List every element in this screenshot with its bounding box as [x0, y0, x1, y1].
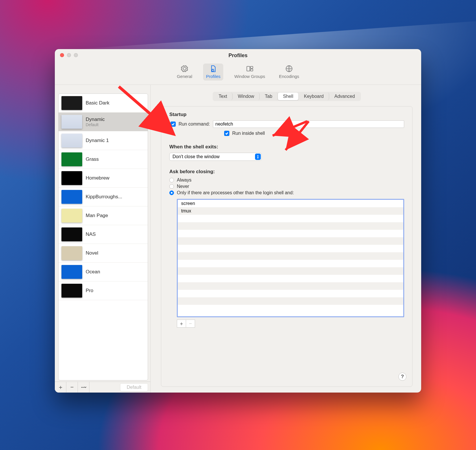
process-row[interactable]: tmux — [178, 207, 403, 215]
help-button[interactable]: ? — [398, 373, 406, 381]
remove-profile-button[interactable]: − — [66, 382, 78, 393]
profile-content: TextWindowTabShellKeyboardAdvanced Start… — [151, 85, 421, 393]
profile-name: Homebrew — [86, 175, 109, 181]
process-row[interactable] — [178, 305, 403, 312]
process-row[interactable] — [178, 222, 403, 230]
process-row[interactable] — [178, 230, 403, 237]
window-groups-icon — [246, 65, 254, 73]
process-row[interactable] — [178, 290, 403, 297]
ask-always-radio[interactable] — [169, 178, 174, 182]
profile-row[interactable]: Dynamic 1 — [59, 131, 148, 150]
process-row[interactable] — [178, 245, 403, 252]
profile-row[interactable]: Ocean — [59, 263, 148, 281]
profile-row[interactable]: Pro — [59, 281, 148, 300]
process-row[interactable] — [178, 237, 403, 245]
checkmark-icon — [171, 122, 175, 126]
process-row[interactable] — [178, 267, 403, 275]
add-profile-button[interactable]: ＋ — [55, 382, 66, 393]
profile-thumbnail — [61, 171, 82, 185]
profile-name: KippBurroughs... — [86, 194, 122, 200]
gear-icon — [181, 65, 189, 73]
run-command-label: Run command: — [179, 122, 210, 127]
svg-point-7 — [83, 387, 84, 388]
ellipsis-chevron-icon — [80, 385, 87, 389]
profile-name: Novel — [86, 250, 98, 256]
tab-tab[interactable]: Tab — [260, 93, 278, 100]
tab-advanced[interactable]: Advanced — [329, 93, 360, 100]
profile-row[interactable]: NAS — [59, 225, 148, 244]
profile-row[interactable]: Man Page — [59, 206, 148, 225]
remove-process-button[interactable]: − — [186, 320, 195, 328]
toolbar-profiles[interactable]: Profiles — [203, 64, 223, 81]
profile-section-tabs: TextWindowTabShellKeyboardAdvanced — [213, 92, 361, 101]
minimize-window-button[interactable] — [67, 53, 71, 57]
window-body: Basic DarkDynamicDefaultDynamic 1GrassHo… — [55, 85, 421, 393]
svg-rect-2 — [250, 66, 253, 68]
profile-thumbnail — [61, 209, 82, 223]
profile-thumbnail — [61, 152, 82, 166]
process-row[interactable]: screen — [178, 200, 403, 207]
svg-rect-1 — [247, 66, 250, 71]
tab-text[interactable]: Text — [213, 93, 233, 100]
tab-window[interactable]: Window — [233, 93, 260, 100]
process-row[interactable] — [178, 282, 403, 290]
shell-pane: Startup Run command: Run inside shell Wh… — [161, 106, 413, 387]
profile-thumbnail — [61, 190, 82, 204]
tab-shell[interactable]: Shell — [278, 93, 299, 100]
window-controls — [60, 53, 78, 57]
process-row[interactable] — [178, 215, 403, 222]
profile-name: Man Page — [86, 213, 108, 219]
profile-thumbnail — [61, 96, 82, 110]
toolbar-encodings-label: Encodings — [279, 74, 299, 79]
profile-row[interactable]: Grass — [59, 150, 148, 169]
process-row[interactable] — [178, 252, 403, 260]
ask-onlyif-radio[interactable] — [169, 191, 174, 195]
toolbar-encodings[interactable]: Encodings — [276, 64, 302, 81]
toolbar-general[interactable]: General — [174, 64, 195, 81]
profile-thumbnail — [61, 246, 82, 260]
profile-thumbnail — [61, 227, 82, 241]
tab-keyboard[interactable]: Keyboard — [299, 93, 329, 100]
process-row[interactable] — [178, 275, 403, 282]
add-process-button[interactable]: ＋ — [177, 320, 186, 328]
profile-actions-menu[interactable] — [78, 382, 89, 393]
checkmark-icon — [225, 132, 228, 135]
run-inside-shell-checkbox[interactable] — [224, 131, 229, 136]
toolbar-window-groups[interactable]: Window Groups — [231, 64, 268, 81]
shell-exit-heading: When the shell exits: — [169, 144, 404, 150]
set-default-button[interactable]: Default — [120, 383, 148, 391]
profile-thumbnail — [61, 284, 82, 298]
profile-row[interactable]: KippBurroughs... — [59, 188, 148, 206]
process-list[interactable]: screentmux — [177, 199, 404, 317]
close-window-button[interactable] — [60, 53, 64, 57]
toolbar-general-label: General — [177, 74, 192, 79]
window-title: Profiles — [55, 53, 421, 59]
ask-never-radio[interactable] — [169, 184, 174, 189]
svg-point-0 — [212, 69, 214, 71]
ask-before-closing-heading: Ask before closing: — [169, 169, 404, 175]
sidebar-footer: ＋ − Default — [55, 382, 150, 393]
profile-row[interactable]: Basic Dark — [59, 94, 148, 113]
profile-thumbnail — [61, 134, 82, 147]
profile-row[interactable]: DynamicDefault — [59, 113, 148, 131]
profile-row[interactable]: Novel — [59, 244, 148, 263]
shell-exit-popup[interactable]: Don't close the window ▲▼ — [169, 153, 262, 161]
profile-document-icon — [209, 65, 217, 73]
svg-rect-3 — [250, 69, 253, 71]
run-command-checkbox[interactable] — [170, 122, 176, 127]
zoom-window-button[interactable] — [74, 53, 78, 57]
profile-thumbnail — [61, 115, 82, 129]
preferences-window: Profiles General Profiles Window Groups … — [55, 49, 421, 393]
process-row[interactable] — [178, 297, 403, 305]
shell-exit-value: Don't close the window — [173, 154, 220, 159]
profile-list[interactable]: Basic DarkDynamicDefaultDynamic 1GrassHo… — [58, 94, 148, 380]
toolbar-profiles-label: Profiles — [206, 74, 220, 79]
preferences-toolbar: General Profiles Window Groups Encodings — [55, 62, 421, 85]
run-command-field[interactable] — [213, 120, 404, 128]
profile-row[interactable]: Homebrew — [59, 169, 148, 188]
process-row[interactable] — [178, 260, 403, 267]
ask-always-label: Always — [177, 178, 192, 183]
profile-name: Dynamic — [86, 117, 105, 122]
profile-name: Basic Dark — [86, 100, 109, 106]
profile-name: Grass — [86, 156, 99, 162]
